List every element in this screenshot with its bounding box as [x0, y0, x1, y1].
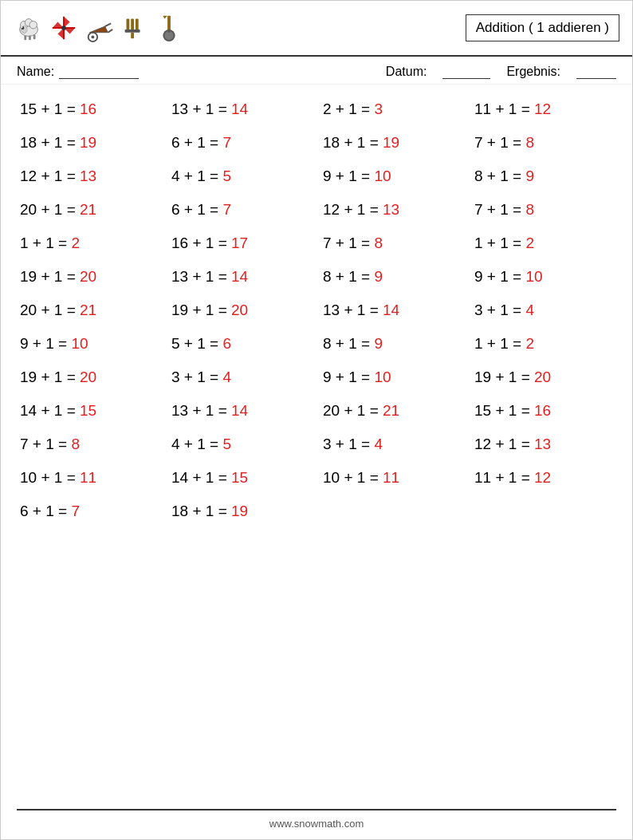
problem-expression: 7 + 1 = — [20, 436, 71, 452]
problem-cell: 9 + 1 = 10 — [316, 160, 468, 193]
problem-answer: 7 — [71, 503, 80, 519]
problem-answer: 8 — [525, 134, 534, 151]
problem-cell: 18 + 1 = 19 — [316, 126, 468, 160]
problem-cell: 11 + 1 = 12 — [468, 461, 619, 495]
problem-answer: 5 — [222, 168, 231, 184]
problem-cell: 7 + 1 = 8 — [468, 126, 619, 160]
problem-cell: 1 + 1 = 2 — [468, 227, 619, 260]
problem-expression: 14 + 1 = — [171, 469, 231, 486]
problem-answer: 10 — [374, 168, 391, 184]
problem-expression: 4 + 1 = — [171, 168, 222, 184]
problem-cell: 13 + 1 = 14 — [316, 294, 468, 327]
svg-rect-5 — [24, 36, 26, 41]
datum-label: Datum: — [386, 65, 427, 79]
problem-expression: 8 + 1 = — [474, 168, 525, 184]
tools-icon — [119, 13, 149, 43]
sheep-icon — [14, 13, 44, 43]
problem-expression: 11 + 1 = — [474, 469, 534, 486]
problem-answer: 16 — [80, 101, 96, 117]
problem-answer: 19 — [80, 134, 96, 151]
problem-cell: 2 + 1 = 3 — [316, 93, 468, 126]
problem-cell: 6 + 1 = 7 — [165, 126, 316, 160]
problem-cell: 20 + 1 = 21 — [316, 394, 468, 428]
problem-cell: 14 + 1 = 15 — [165, 461, 316, 495]
problem-expression: 15 + 1 = — [20, 101, 80, 117]
problem-answer: 9 — [525, 168, 534, 184]
shovel-icon — [154, 13, 184, 43]
problem-expression: 9 + 1 = — [20, 335, 71, 352]
datum-field[interactable] — [442, 65, 490, 79]
problem-expression: 13 + 1 = — [171, 268, 231, 285]
svg-line-23 — [108, 30, 112, 33]
problems-grid: 15 + 1 = 1613 + 1 = 142 + 1 = 311 + 1 = … — [1, 85, 632, 536]
problem-cell: 3 + 1 = 4 — [316, 428, 468, 461]
problem-cell: 11 + 1 = 12 — [468, 93, 619, 126]
problem-answer: 13 — [80, 168, 96, 184]
ergebnis-field[interactable] — [576, 65, 616, 79]
problem-answer: 9 — [374, 335, 383, 352]
problem-cell: 8 + 1 = 9 — [316, 260, 468, 294]
name-field[interactable] — [59, 65, 139, 79]
page: Addition ( 1 addieren ) Name: Datum: Erg… — [0, 0, 633, 840]
problem-expression: 19 + 1 = — [171, 302, 231, 318]
problem-answer: 8 — [525, 201, 534, 218]
problem-expression: 20 + 1 = — [20, 201, 80, 218]
problem-answer: 7 — [222, 201, 231, 218]
problem-cell: 6 + 1 = 7 — [165, 193, 316, 227]
problem-cell: 8 + 1 = 9 — [468, 160, 619, 193]
problem-answer: 14 — [231, 402, 248, 419]
problem-expression: 10 + 1 = — [20, 469, 80, 486]
problem-answer: 21 — [383, 402, 399, 419]
problem-answer: 20 — [80, 268, 96, 285]
problem-cell: 15 + 1 = 16 — [468, 394, 619, 428]
svg-rect-6 — [29, 36, 31, 41]
problem-answer: 19 — [231, 503, 248, 519]
problem-expression: 15 + 1 = — [474, 402, 534, 419]
info-row: Name: Datum: Ergebnis: — [1, 57, 632, 85]
problem-expression: 18 + 1 = — [171, 503, 231, 519]
problem-expression: 1 + 1 = — [474, 235, 525, 251]
problem-expression: 12 + 1 = — [323, 201, 383, 218]
ergebnis-label: Ergebnis: — [506, 65, 560, 79]
problem-cell: 18 + 1 = 19 — [14, 126, 165, 160]
problem-expression: 9 + 1 = — [323, 369, 374, 385]
problem-answer: 2 — [525, 335, 534, 352]
problem-expression: 18 + 1 = — [20, 134, 80, 151]
problem-answer: 13 — [383, 201, 399, 218]
problem-cell: 16 + 1 = 17 — [165, 227, 316, 260]
name-section: Name: — [17, 65, 139, 79]
problem-answer: 15 — [231, 469, 248, 486]
svg-line-22 — [105, 23, 112, 26]
problem-expression: 14 + 1 = — [20, 402, 80, 419]
footer-line — [17, 809, 616, 810]
problem-cell: 7 + 1 = 8 — [14, 428, 165, 461]
problem-answer: 13 — [534, 436, 551, 452]
problem-answer: 5 — [222, 436, 231, 452]
svg-rect-29 — [131, 33, 134, 39]
svg-rect-27 — [136, 19, 139, 31]
problem-expression: 5 + 1 = — [171, 335, 222, 352]
svg-marker-34 — [163, 16, 167, 19]
problem-answer: 8 — [374, 235, 383, 251]
problem-cell: 13 + 1 = 14 — [165, 260, 316, 294]
svg-rect-7 — [33, 35, 36, 40]
footer-url: www.snowmath.com — [1, 818, 632, 830]
problem-cell — [316, 495, 468, 528]
problem-answer: 12 — [534, 469, 551, 486]
svg-rect-25 — [127, 19, 130, 31]
problem-cell: 12 + 1 = 13 — [468, 428, 619, 461]
problem-answer: 12 — [534, 101, 551, 117]
problem-cell: 8 + 1 = 9 — [316, 327, 468, 361]
problem-cell: 19 + 1 = 20 — [14, 260, 165, 294]
problem-expression: 20 + 1 = — [20, 302, 80, 318]
problem-expression: 9 + 1 = — [323, 168, 374, 184]
problem-answer: 10 — [525, 268, 542, 285]
problem-expression: 16 + 1 = — [171, 235, 231, 251]
problem-cell — [468, 495, 619, 528]
svg-rect-28 — [125, 30, 140, 33]
problem-cell: 5 + 1 = 6 — [165, 327, 316, 361]
problem-expression: 7 + 1 = — [323, 235, 374, 251]
problem-cell: 12 + 1 = 13 — [14, 160, 165, 193]
problem-expression: 6 + 1 = — [171, 134, 222, 151]
problem-answer: 20 — [80, 369, 96, 385]
